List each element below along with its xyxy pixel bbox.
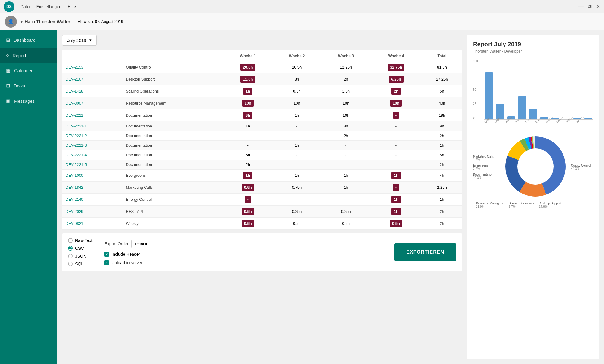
header-bar: 👤 ▾ Hallo Thorsten Walter | Mittwoch, 07… [0, 13, 604, 30]
report-icon: ○ [6, 53, 9, 58]
sidebar-item-dashboard[interactable]: ⊞ Dashboard [0, 32, 57, 48]
chevron-down-icon: ▾ [20, 19, 23, 24]
ticket-link[interactable]: DEV-1000 [62, 170, 122, 182]
ticket-link[interactable]: DEV-2140 [62, 194, 122, 206]
ticket-link[interactable]: DEV-2221-5 [62, 160, 122, 170]
ticket-link[interactable]: DEV-2153 [62, 61, 122, 73]
title-bar: DS Datei Einstellungen Hilfe — ⧉ ✕ [0, 0, 604, 13]
minimize-button[interactable]: — [578, 3, 584, 10]
donut-left-label-2: Evergreens 2,2% [473, 164, 500, 170]
sidebar-label-messages: Messages [14, 99, 35, 104]
task-name: Documentation [122, 150, 224, 160]
menu-einstellungen[interactable]: Einstellungen [36, 4, 62, 9]
table-cell: 0.5h [223, 182, 272, 194]
radio-csv-dot [69, 247, 72, 249]
sidebar-label-calender: Calender [14, 68, 32, 73]
bar-wrapper [495, 60, 505, 119]
ticket-link[interactable]: DEV-3007 [62, 97, 122, 109]
table-cell: - [223, 194, 272, 206]
maximize-button[interactable]: ⧉ [588, 3, 592, 10]
radio-sql-circle [68, 262, 73, 266]
export-order-select[interactable]: Default By Date By Ticket [131, 240, 176, 248]
donut-bottom-label-2: Scaling Operations 2,7% [509, 202, 534, 208]
table-cell: - [272, 131, 321, 141]
export-button[interactable]: EXPORTIEREN [394, 243, 456, 261]
table-cell: - [371, 182, 422, 194]
col-woche4: Woche 4 [371, 50, 422, 61]
export-options: Export Order Default By Date By Ticket ✓… [104, 240, 176, 265]
format-sql[interactable]: SQL [68, 262, 92, 266]
menu-datei[interactable]: Datei [20, 4, 30, 9]
ticket-link[interactable]: DEV-2221-3 [62, 141, 122, 150]
table-cell: 10h [322, 109, 371, 121]
table-cell: 10h [371, 97, 422, 109]
format-json[interactable]: JSON [68, 254, 92, 258]
include-header-checkbox[interactable]: ✓ [104, 252, 109, 257]
ticket-link[interactable]: DEV-2029 [62, 206, 122, 218]
donut-bottom-label-1: Resource Managem. 21,9% [476, 202, 504, 208]
total-cell: 5h [422, 85, 462, 97]
upload-server-row: ✓ Upload to server [104, 260, 176, 265]
table-cell: 10h [223, 97, 272, 109]
ticket-link[interactable]: DEV-0821 [62, 218, 122, 230]
close-button[interactable]: ✕ [596, 3, 600, 10]
task-name: Evergreens [122, 170, 224, 182]
calender-icon: ▦ [6, 68, 11, 73]
chart-panel: Report July 2019 Thorsten Walter - Devel… [467, 35, 599, 359]
bar-element [485, 72, 493, 119]
format-rawtext[interactable]: Raw Text [68, 238, 92, 243]
donut-bottom-labels: Resource Managem. 21,9% Scaling Operatio… [473, 202, 593, 208]
ticket-link[interactable]: DEV-2221 [62, 109, 122, 121]
task-name: Weekly [122, 218, 224, 230]
table-cell: 32.75h [371, 61, 422, 73]
table-cell: - [371, 150, 422, 160]
total-cell: 4h [422, 170, 462, 182]
messages-icon: ▣ [6, 98, 11, 104]
table-cell: - [371, 131, 422, 141]
upload-server-checkbox[interactable]: ✓ [104, 260, 109, 265]
format-csv[interactable]: CSV [68, 246, 92, 251]
sidebar-item-report[interactable]: ○ Report [0, 48, 57, 63]
title-bar-controls: — ⧉ ✕ [578, 3, 600, 10]
donut-svg-container [502, 133, 569, 200]
format-sql-label: SQL [75, 262, 84, 266]
greeting-text: Hallo Thorsten Walter [25, 19, 70, 24]
table-cell: 16.5h [272, 61, 321, 73]
sidebar-label-tasks: Tasks [14, 83, 25, 88]
sidebar-item-tasks[interactable]: ⊟ Tasks [0, 78, 57, 93]
table-cell: 8h [272, 73, 321, 85]
ticket-link[interactable]: DEV-1428 [62, 85, 122, 97]
table-cell: - [322, 150, 371, 160]
table-cell: 0.5h [272, 218, 321, 230]
table-cell: 1.5h [322, 85, 371, 97]
table-cell: - [322, 160, 371, 170]
main-layout: ⊞ Dashboard ○ Report ▦ Calender ⊟ Tasks … [0, 30, 604, 364]
sidebar-item-calender[interactable]: ▦ Calender [0, 63, 57, 78]
total-cell: 1h [422, 141, 462, 150]
table-cell: 2h [371, 85, 422, 97]
format-csv-label: CSV [75, 246, 84, 251]
ticket-link[interactable]: DEV-2221-2 [62, 131, 122, 141]
format-json-label: JSON [75, 254, 86, 258]
ticket-link[interactable]: DEV-2221-4 [62, 150, 122, 160]
table-cell: 20.0h [223, 61, 272, 73]
table-cell: 6.25h [371, 73, 422, 85]
ticket-link[interactable]: DEV-1842 [62, 182, 122, 194]
export-bar: Raw Text CSV JSON SQL [62, 233, 462, 271]
menu-hilfe[interactable]: Hilfe [68, 4, 76, 9]
task-name: Documentation [122, 121, 224, 131]
ticket-link[interactable]: DEV-2167 [62, 73, 122, 85]
month-selector[interactable]: July 2019 ▾ [62, 35, 97, 46]
table-cell: 5h [223, 150, 272, 160]
y-label-50: 50 [473, 88, 478, 91]
total-cell: 2h [422, 206, 462, 218]
sidebar-item-messages[interactable]: ▣ Messages [0, 93, 57, 109]
table-cell: 0.5h [322, 218, 371, 230]
total-cell: 2.25h [422, 182, 462, 194]
task-name: Desktop Support [122, 73, 224, 85]
table-cell: 12.25h [322, 61, 371, 73]
total-cell: 5h [422, 150, 462, 160]
chart-subtitle: Thorsten Walter - Developer [473, 49, 593, 54]
ticket-link[interactable]: DEV-2221-1 [62, 121, 122, 131]
bar-chart: 100 75 50 25 0 Quality ControlDesktop Su… [473, 60, 593, 124]
